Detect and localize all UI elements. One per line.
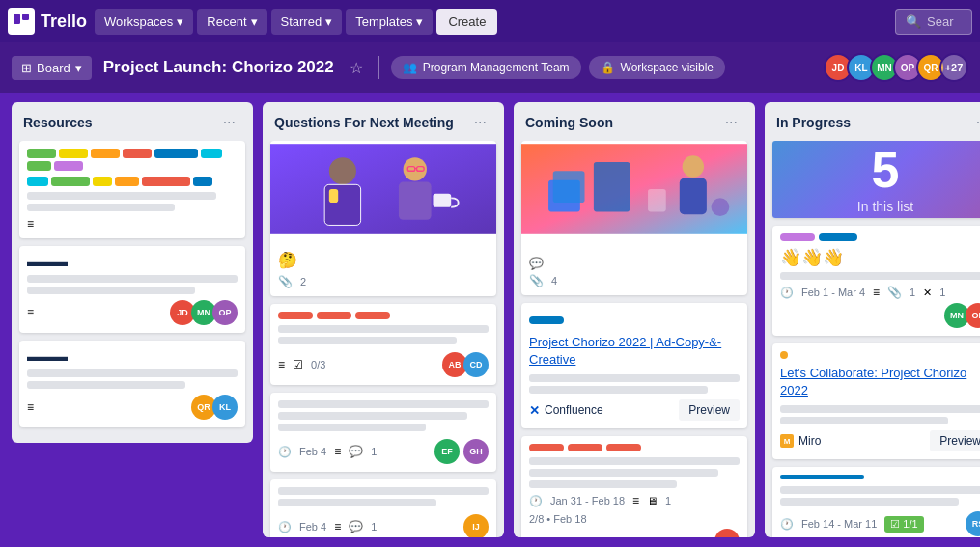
card[interactable]: 🕐 Feb 14 - Mar 11 ☑ 1/1 RS TU <box>772 467 980 537</box>
card[interactable]: 🤔 📎 2 <box>270 141 496 296</box>
placeholder-line <box>278 400 489 408</box>
card[interactable]: 🕐 Feb 4 ≡ 💬 1 IJ <box>270 479 496 537</box>
comment-icon: 💬 <box>529 257 544 270</box>
preview-button[interactable]: Preview <box>679 399 740 421</box>
label-red <box>278 312 313 319</box>
column-coming-soon: Coming Soon ··· <box>514 102 755 537</box>
comment-count: 1 <box>371 521 377 533</box>
card-footer: ≡ JD MN OP <box>27 300 238 325</box>
confluence-label: ✕ Confluence <box>529 403 603 418</box>
placeholder-line <box>780 498 959 506</box>
list-icon: ≡ <box>27 400 34 414</box>
card-meta: 🕐 Feb 1 - Mar 4 ≡ 📎 1 ✕ 1 <box>780 286 980 299</box>
card[interactable]: 🕐 Jan 31 - Feb 18 ≡ 🖥 1 2/8 • Feb 18 KL <box>521 436 747 537</box>
workspaces-menu[interactable]: Workspaces ▾ <box>95 9 193 35</box>
trello-wordmark: Trello <box>41 12 87 32</box>
card-title: Project Chorizo 2022 | Ad-Copy-&-Creativ… <box>529 334 740 369</box>
card-meta: 📎 2 <box>278 275 489 288</box>
card-avatar-row: KL <box>529 529 740 537</box>
label-blue2 <box>193 177 212 186</box>
card-cover-stats: 5 In this list <box>772 141 980 218</box>
lock-icon: 🔒 <box>601 61 615 74</box>
program-team-button[interactable]: 👥 Program Management Team <box>391 56 581 79</box>
placeholder-line <box>27 369 238 377</box>
card[interactable]: ≡ <box>19 141 245 238</box>
svg-point-19 <box>712 198 730 216</box>
card-meta: 🕐 Feb 4 ≡ 💬 1 IJ <box>278 514 489 537</box>
list-icon: ≡ <box>873 286 880 299</box>
card[interactable]: Project Chorizo 2022 | Ad-Copy-&-Creativ… <box>521 303 747 428</box>
card[interactable]: 💬 📎 4 <box>521 141 747 295</box>
placeholder-line <box>780 272 980 280</box>
create-button[interactable]: Create <box>436 9 497 35</box>
placeholder-line <box>780 486 980 494</box>
label-green2 <box>27 161 51 171</box>
column-menu-button[interactable]: ··· <box>970 112 980 133</box>
column-questions: Questions For Next Meeting ··· <box>263 102 504 537</box>
card[interactable]: 👋👋👋 🕐 Feb 1 - Mar 4 ≡ 📎 1 ✕ 1 MN OP <box>772 226 980 336</box>
search-placeholder: Sear <box>927 14 953 29</box>
avatar: KL <box>212 395 238 420</box>
list-icon: ≡ <box>27 306 34 319</box>
placeholder-line <box>27 381 185 389</box>
card-link[interactable]: Project Chorizo 2022 | Ad-Copy-&-Creativ… <box>529 335 721 367</box>
card-content: 🤔 📎 2 <box>270 243 496 296</box>
card-cover-image <box>270 141 496 237</box>
date-value: Feb 4 <box>299 446 326 457</box>
progress-value: 2/8 • Feb 18 <box>529 513 587 525</box>
card-emoji: 🤔 <box>278 251 489 269</box>
svg-rect-5 <box>329 189 338 203</box>
placeholder-line <box>529 469 718 477</box>
card-color-labels <box>27 149 238 171</box>
card-label-row <box>529 311 740 328</box>
paperclip-icon: 📎 <box>278 275 293 288</box>
card[interactable]: ▬▬▬ ≡ JD MN OP <box>19 246 245 333</box>
starred-menu[interactable]: Starred ▾ <box>271 9 343 35</box>
preview-button[interactable]: Preview <box>930 430 980 451</box>
board-view-button[interactable]: ⊞ Board ▾ <box>12 56 92 80</box>
label-green3 <box>51 177 90 186</box>
svg-rect-1 <box>22 14 29 20</box>
recent-menu[interactable]: Recent ▾ <box>197 9 266 35</box>
column-menu-button[interactable]: ··· <box>719 112 743 133</box>
card-avatars: AB CD <box>442 352 489 377</box>
comment-icon: 💬 <box>349 445 363 458</box>
stat-label: In this list <box>857 199 913 214</box>
templates-menu[interactable]: Templates ▾ <box>346 9 433 35</box>
member-avatars: JD KL MN OP QR +27 <box>824 53 968 82</box>
card[interactable]: ▬▬▬ ≡ QR KL <box>19 341 245 427</box>
svg-point-3 <box>329 157 356 184</box>
board-content: Resources ··· <box>0 93 980 547</box>
star-button[interactable]: ☆ <box>346 55 367 81</box>
placeholder-line <box>27 192 216 200</box>
card-meta: ≡ ☑ 0/3 AB CD <box>278 352 489 377</box>
card-label-icon-row <box>780 351 980 359</box>
card-content: 💬 📎 4 <box>521 243 747 295</box>
paperclip-icon: 📎 <box>529 274 544 287</box>
column-resources: Resources ··· <box>12 102 253 443</box>
column-header-resources: Resources ··· <box>12 102 253 141</box>
svg-point-16 <box>683 155 704 177</box>
screen-icon: ✕ <box>923 287 932 299</box>
card-link[interactable]: Let's Collaborate: Project Chorizo 2022 <box>780 366 966 397</box>
screen-count: 1 <box>665 495 671 506</box>
list-icon: ≡ <box>278 358 285 371</box>
column-menu-button[interactable]: ··· <box>468 112 492 133</box>
clock-icon: 🕐 <box>780 518 794 531</box>
workspace-visible-button[interactable]: 🔒 Workspace visible <box>589 56 725 79</box>
card[interactable]: ≡ ☑ 0/3 AB CD <box>270 304 496 385</box>
card-collaborate[interactable]: Let's Collaborate: Project Chorizo 2022 … <box>772 343 980 459</box>
comment-icon: 💬 <box>349 520 363 533</box>
list-icon: ≡ <box>27 217 34 231</box>
card[interactable]: 🕐 Feb 4 ≡ 💬 1 EF GH <box>270 393 496 472</box>
column-header-questions: Questions For Next Meeting ··· <box>263 102 504 141</box>
card-in-progress-cover[interactable]: 5 In this list <box>772 141 980 218</box>
date-range: Jan 31 - Feb 18 <box>550 495 625 506</box>
column-menu-button[interactable]: ··· <box>217 112 241 133</box>
chevron-down-icon: ▾ <box>177 14 183 29</box>
card-avatar-row: MN OP <box>780 303 980 328</box>
search-box[interactable]: 🔍 Sear <box>895 9 972 35</box>
label-red3 <box>606 444 641 451</box>
avatar: EF <box>434 439 460 464</box>
placeholder-line <box>529 374 740 382</box>
